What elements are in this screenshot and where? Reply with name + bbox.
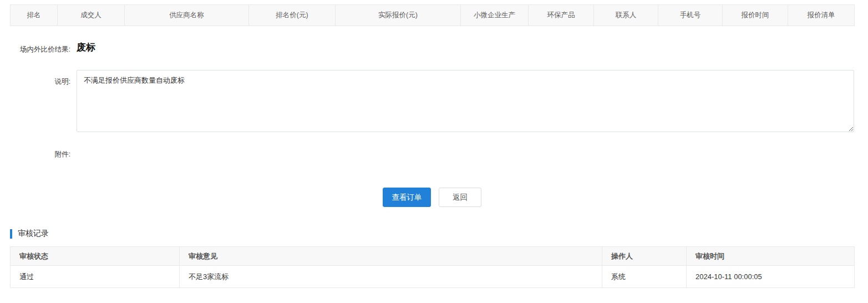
remark-textarea[interactable]: 不满足报价供应商数量自动废标 [77,70,854,132]
quote-col-supplier-name: 供应商名称 [125,5,249,26]
quote-col-contact: 联系人 [594,5,658,26]
back-button[interactable]: 返回 [439,188,481,207]
quote-table: 排名 成交人 供应商名称 排名价(元) 实际报价(元) 小微企业生产 环保产品 … [10,4,855,26]
audit-col-status: 审核状态 [11,247,180,266]
view-order-button[interactable]: 查看订单 [383,188,431,207]
audit-cell-time: 2024-10-11 00:00:05 [687,266,855,288]
quote-col-quote-time: 报价时间 [723,5,788,26]
attachment-label: 附件: [4,150,70,159]
audit-col-opinion: 审核意见 [180,247,602,266]
section-accent-bar [10,229,12,239]
audit-col-operator: 操作人 [602,247,687,266]
quote-col-phone: 手机号 [658,5,723,26]
quote-col-quote-list: 报价清单 [788,5,855,26]
audit-section-title: 审核记录 [18,229,49,239]
audit-table: 审核状态 审核意见 操作人 审核时间 通过 不足3家流标 系统 2024-10-… [10,246,855,288]
remark-label: 说明: [4,77,70,87]
quote-col-winner: 成交人 [58,5,125,26]
result-label: 场内外比价结果: [4,45,70,54]
button-row: 查看订单 返回 [10,188,854,207]
quote-col-actual-quote: 实际报价(元) [336,5,461,26]
audit-cell-operator: 系统 [602,266,687,288]
audit-table-header-row: 审核状态 审核意见 操作人 审核时间 [11,247,855,266]
result-value: 废标 [77,41,95,54]
audit-cell-status: 通过 [11,266,180,288]
quote-col-eco-product: 环保产品 [529,5,594,26]
quote-col-rank-price: 排名价(元) [249,5,336,26]
audit-col-time: 审核时间 [687,247,855,266]
audit-section-header: 审核记录 [10,229,49,239]
quote-table-header-row: 排名 成交人 供应商名称 排名价(元) 实际报价(元) 小微企业生产 环保产品 … [11,5,855,26]
quote-col-rank: 排名 [11,5,58,26]
audit-table-row: 通过 不足3家流标 系统 2024-10-11 00:00:05 [11,266,855,288]
audit-cell-opinion: 不足3家流标 [180,266,602,288]
quote-col-small-enterprise: 小微企业生产 [461,5,529,26]
